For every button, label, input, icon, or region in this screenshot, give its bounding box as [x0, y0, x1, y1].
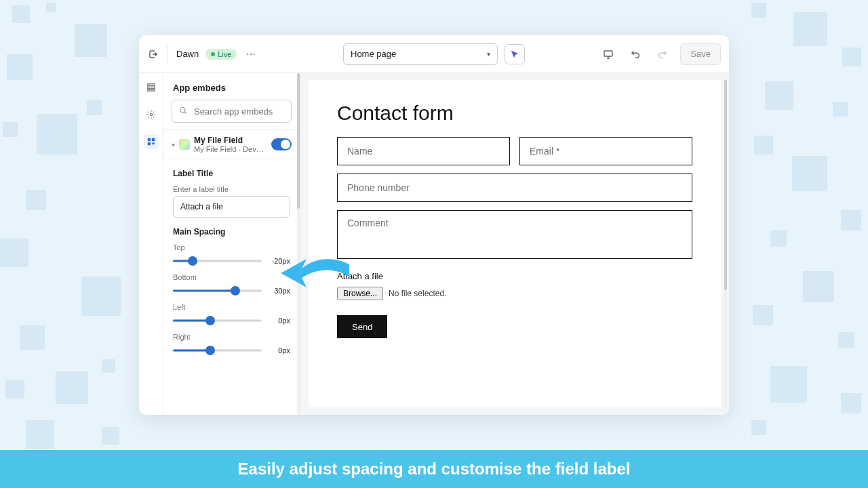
svg-rect-7	[147, 142, 150, 145]
slider-left-value: 0px	[267, 317, 290, 325]
phone-field[interactable]: Phone number	[337, 174, 692, 202]
topbar: Dawn Live ⋯ Home page ▾ Save	[139, 35, 729, 73]
topbar-right: Save	[599, 43, 721, 65]
app-toggle[interactable]	[271, 138, 292, 150]
sidebar-title: App embeds	[163, 73, 300, 100]
caret-down-icon[interactable]: ▾	[172, 141, 175, 148]
svg-point-8	[180, 108, 186, 113]
save-button: Save	[680, 43, 721, 65]
slider-top-label: Top	[173, 243, 290, 251]
settings-icon[interactable]	[144, 107, 159, 122]
exit-icon[interactable]	[147, 48, 159, 60]
search-input-wrap[interactable]	[172, 100, 292, 123]
app-embeds-icon[interactable]	[144, 134, 159, 149]
slider-top[interactable]	[173, 256, 262, 266]
undo-icon[interactable]	[626, 45, 645, 64]
status-label: Live	[218, 50, 231, 58]
slider-right[interactable]	[173, 345, 262, 356]
comment-field[interactable]: Comment	[337, 210, 692, 259]
editor-body: App embeds ▾ My File Field My File Field…	[139, 73, 729, 415]
sidebar: App embeds ▾ My File Field My File Field…	[163, 73, 300, 415]
left-rail	[139, 73, 163, 415]
chevron-down-icon: ▾	[487, 50, 490, 58]
svg-rect-0	[604, 51, 612, 56]
redo-icon	[653, 45, 672, 64]
app-embed-row[interactable]: ▾ My File Field My File Field - Develop.…	[163, 129, 300, 159]
preview-scrollbar-thumb[interactable]	[724, 80, 727, 290]
svg-rect-5	[147, 138, 150, 141]
app-subtitle: My File Field - Develop...	[194, 145, 267, 153]
label-title-input[interactable]	[173, 196, 290, 218]
editor-window: Dawn Live ⋯ Home page ▾ Save	[139, 35, 729, 415]
attach-label: Attach a file	[337, 271, 692, 281]
svg-rect-1	[147, 84, 155, 86]
name-field[interactable]: Name	[337, 137, 510, 165]
slider-bottom[interactable]	[173, 285, 262, 296]
more-icon[interactable]: ⋯	[243, 46, 258, 62]
email-field[interactable]: Email *	[519, 137, 692, 165]
svg-point-4	[150, 113, 153, 116]
search-input[interactable]	[193, 106, 309, 117]
preview-pane: Contact form Name Email * Phone number C…	[300, 73, 729, 415]
arrow-callout	[278, 249, 353, 297]
svg-rect-6	[151, 138, 154, 141]
slider-right-value: 0px	[267, 346, 290, 354]
marketing-banner: Easily adjust spacing and customise the …	[0, 450, 868, 488]
divider	[167, 45, 168, 64]
desktop-view-icon[interactable]	[599, 45, 618, 64]
slider-right-label: Right	[173, 333, 290, 341]
app-name: My File Field	[194, 136, 267, 145]
topbar-center: Home page ▾	[343, 43, 525, 65]
svg-rect-3	[147, 90, 155, 92]
search-icon	[179, 105, 187, 117]
sections-icon[interactable]	[144, 80, 159, 95]
svg-rect-2	[147, 87, 155, 89]
sidebar-scrollbar-thumb[interactable]	[297, 73, 300, 209]
page-select-label: Home page	[351, 49, 396, 59]
file-input-row: Browse... No file selected.	[337, 287, 692, 300]
page-select[interactable]: Home page ▾	[343, 43, 498, 65]
app-icon	[179, 139, 190, 150]
slider-bottom-label: Bottom	[173, 273, 290, 281]
status-badge: Live	[205, 49, 237, 60]
slider-left-label: Left	[173, 303, 290, 311]
send-button[interactable]: Send	[337, 315, 387, 338]
label-title-heading: Label Title	[173, 169, 290, 178]
label-title-sub: Enter a label title	[173, 185, 290, 193]
inspector-button[interactable]	[505, 44, 525, 64]
form-title: Contact form	[337, 102, 692, 125]
slider-left[interactable]	[173, 315, 262, 326]
theme-name: Dawn	[176, 49, 199, 59]
file-status: No file selected.	[389, 289, 446, 298]
spacing-heading: Main Spacing	[173, 227, 290, 237]
preview-canvas: Contact form Name Email * Phone number C…	[309, 80, 721, 407]
